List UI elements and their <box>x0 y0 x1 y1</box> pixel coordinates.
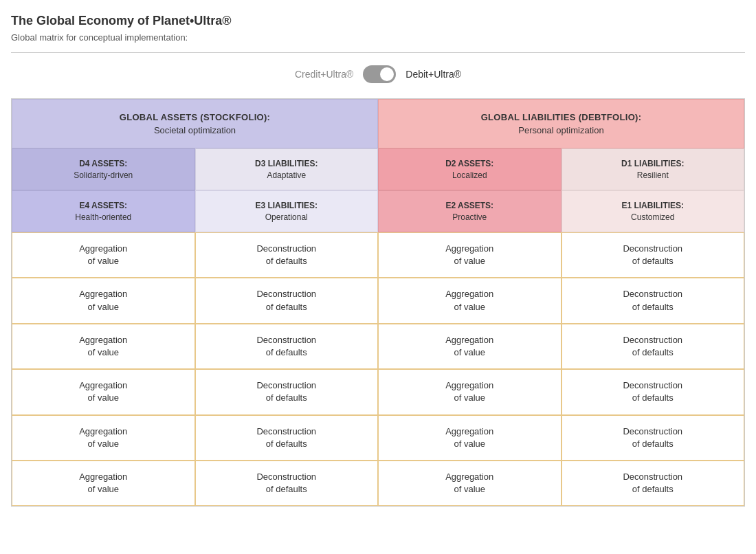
e4-label: E4 ASSETS: <box>18 201 189 210</box>
data-cell-r5c4[interactable]: Deconstructionof defaults <box>562 415 745 461</box>
e2-label: E2 ASSETS: <box>384 201 555 210</box>
header-global-liabilities: GLOBAL LIABILITIES (DEBTFOLIO): Personal… <box>378 99 744 148</box>
data-cell-r6c1[interactable]: Aggregationof value <box>12 461 195 506</box>
subheader-e4: E4 ASSETS: Health-oriented <box>12 190 195 232</box>
data-cell-r5c2[interactable]: Deconstructionof defaults <box>195 415 379 461</box>
data-cell-r3c2[interactable]: Deconstructionof defaults <box>195 324 379 369</box>
data-cell-r6c4[interactable]: Deconstructionof defaults <box>562 461 745 506</box>
d2-desc: Localized <box>384 170 555 180</box>
toggle-row: Credit+Ultra® Debit+Ultra® <box>11 65 745 83</box>
data-cell-r4c3[interactable]: Aggregationof value <box>378 369 562 414</box>
data-cell-r1c1[interactable]: Aggregationof value <box>12 232 195 278</box>
data-cell-r2c2[interactable]: Deconstructionof defaults <box>195 278 379 323</box>
subheader-e1: E1 LIABILITIES: Customized <box>562 190 745 232</box>
subheader-d3: D3 LIABILITIES: Adaptative <box>195 148 379 190</box>
d3-label: D3 LIABILITIES: <box>201 159 373 168</box>
header-assets-subtitle: Societal optimization <box>19 125 370 135</box>
toggle-left-label: Credit+Ultra® <box>295 69 353 80</box>
data-cell-r3c3[interactable]: Aggregationof value <box>378 324 562 369</box>
data-cell-r6c2[interactable]: Deconstructionof defaults <box>195 461 379 506</box>
e3-label: E3 LIABILITIES: <box>201 201 373 210</box>
e3-desc: Operational <box>201 212 373 222</box>
e2-desc: Proactive <box>384 212 555 222</box>
toggle-switch[interactable] <box>363 65 396 83</box>
d1-label: D1 LIABILITIES: <box>568 159 739 168</box>
d4-desc: Solidarity-driven <box>18 170 189 180</box>
data-cell-r1c4[interactable]: Deconstructionof defaults <box>562 232 745 278</box>
header-divider <box>11 52 745 53</box>
page-title: The Global Economy of Planet•Ultra® <box>11 14 745 28</box>
data-cell-r4c4[interactable]: Deconstructionof defaults <box>562 369 745 414</box>
header-global-assets: GLOBAL ASSETS (STOCKFOLIO): Societal opt… <box>12 99 378 148</box>
header-liabilities-title: GLOBAL LIABILITIES (DEBTFOLIO): <box>386 112 737 122</box>
data-cell-r2c3[interactable]: Aggregationof value <box>378 278 562 323</box>
header-liabilities-subtitle: Personal optimization <box>386 125 737 135</box>
data-cell-r2c4[interactable]: Deconstructionof defaults <box>562 278 745 323</box>
d4-label: D4 ASSETS: <box>18 159 189 168</box>
e1-label: E1 LIABILITIES: <box>568 201 739 210</box>
data-cell-r1c3[interactable]: Aggregationof value <box>378 232 562 278</box>
e1-desc: Customized <box>568 212 739 222</box>
data-cell-r5c1[interactable]: Aggregationof value <box>12 415 195 461</box>
data-cell-r3c4[interactable]: Deconstructionof defaults <box>562 324 745 369</box>
data-cell-r6c3[interactable]: Aggregationof value <box>378 461 562 506</box>
data-cell-r3c1[interactable]: Aggregationof value <box>12 324 195 369</box>
d3-desc: Adaptative <box>201 170 373 180</box>
d2-label: D2 ASSETS: <box>384 159 555 168</box>
toggle-knob <box>380 67 394 81</box>
e4-desc: Health-oriented <box>18 212 189 222</box>
subheader-d2: D2 ASSETS: Localized <box>378 148 562 190</box>
subheader-d4: D4 ASSETS: Solidarity-driven <box>12 148 195 190</box>
data-cell-r1c2[interactable]: Deconstructionof defaults <box>195 232 379 278</box>
subheader-d1: D1 LIABILITIES: Resilient <box>562 148 745 190</box>
toggle-right-label: Debit+Ultra® <box>405 69 461 80</box>
data-cell-r4c1[interactable]: Aggregationof value <box>12 369 195 414</box>
data-cell-r4c2[interactable]: Deconstructionof defaults <box>195 369 379 414</box>
page-subtitle: Global matrix for conceptual implementat… <box>11 32 745 43</box>
matrix-grid: GLOBAL ASSETS (STOCKFOLIO): Societal opt… <box>11 98 745 507</box>
d1-desc: Resilient <box>568 170 739 180</box>
page-container: The Global Economy of Planet•Ultra® Glob… <box>0 0 756 520</box>
subheader-e2: E2 ASSETS: Proactive <box>378 190 562 232</box>
header-assets-title: GLOBAL ASSETS (STOCKFOLIO): <box>19 112 370 122</box>
subheader-e3: E3 LIABILITIES: Operational <box>195 190 379 232</box>
data-cell-r5c3[interactable]: Aggregationof value <box>378 415 562 461</box>
data-cell-r2c1[interactable]: Aggregationof value <box>12 278 195 323</box>
